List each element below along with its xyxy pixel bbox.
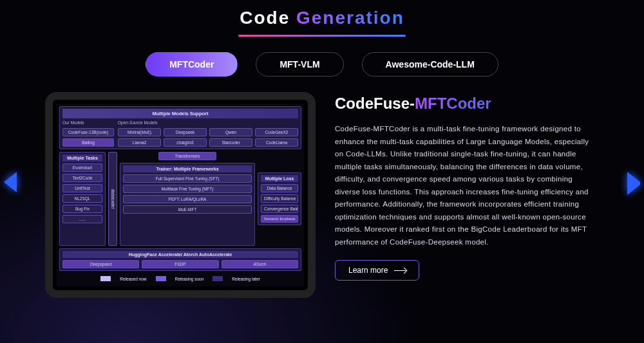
tab-mftcoder[interactable]: MFTCoder	[146, 52, 238, 77]
loss-chip: Difficulty Balance	[261, 194, 298, 203]
section-title: Code Generation	[240, 8, 404, 28]
model-chip: Starcoder	[209, 138, 252, 147]
learn-more-label: Learn more	[348, 266, 388, 275]
detail-heading: CodeFuse-MFTCoder	[335, 95, 599, 113]
tab-awesome-code-llm[interactable]: Awesome-Code-LLM	[362, 52, 498, 77]
trainer-chip: PEFT: LoRA/QLoRA	[123, 195, 252, 203]
accel-panel: HuggingFace Accelerate/ Atorch AutoAccel…	[59, 248, 301, 271]
tab-mft-vlm[interactable]: MFT-VLM	[256, 52, 343, 77]
model-chip: Mixtral(MoE)	[118, 128, 161, 136]
model-chip: chatglm3	[164, 138, 207, 147]
arrow-right-icon	[394, 270, 406, 271]
model-chip: Bailing	[62, 138, 114, 147]
model-chip: Llama2	[118, 138, 161, 147]
accel-chip: Deepspeed	[62, 260, 139, 268]
legend-item: Releasing later	[232, 277, 260, 281]
task-chip: Text2Code	[62, 174, 102, 182]
task-chip: Bug Fix	[62, 205, 102, 213]
model-chip: CodeGeeX2	[255, 128, 298, 136]
model-chip: Qwen	[209, 128, 252, 136]
trainer-chip: Multitask Fine Tuning (MFT)	[123, 185, 252, 193]
tab-bar: MFTCoder MFT-VLM Awesome-Code-LLM	[0, 52, 644, 77]
models-panel: Multiple Models Support Our Models CodeF…	[59, 106, 301, 149]
trainer-title: Trainer: Multiple Frameworks	[123, 165, 252, 172]
carousel-next-icon[interactable]	[627, 172, 640, 195]
loss-panel: Mutliple Loss Data Balance Difficulty Ba…	[258, 172, 301, 225]
legend-item: Releasing soon	[175, 277, 204, 281]
model-chip: Deepseek	[164, 128, 207, 136]
loss-chip: Semantic Emphasis	[261, 215, 298, 223]
learn-more-button[interactable]: Learn more	[335, 260, 419, 281]
detail-description: CodeFuse-MFTCoder is a multi-task fine-t…	[335, 123, 599, 248]
models-panel-title: Multiple Models Support	[62, 109, 298, 118]
task-chip: UnitTest	[62, 184, 102, 192]
legend: Released now Releasing soon Releasing la…	[59, 273, 301, 284]
model-chip: CodeFuse-13B(code)	[62, 128, 114, 136]
dataloader-label: dataloader	[108, 152, 117, 246]
diagram-frame: Multiple Models Support Our Models CodeF…	[45, 92, 316, 298]
accel-chip: FSDP	[142, 260, 218, 268]
os-models-label: Open-Source Models	[118, 120, 298, 125]
trainer-chip: Full Supervised Fine Tuning (SFT)	[123, 174, 252, 183]
legend-item: Released now	[120, 277, 146, 281]
accel-chip: ATorch	[222, 260, 298, 268]
accel-title: HuggingFace Accelerate/ Atorch AutoAccel…	[62, 251, 298, 258]
trainer-chip: MoE-MFT	[123, 205, 252, 214]
title-underline	[238, 35, 406, 37]
trainer-panel: Trainer: Multiple Frameworks Full Superv…	[120, 163, 255, 246]
task-chip: ......	[62, 215, 102, 223]
our-models-label: Our Models	[62, 120, 114, 125]
carousel-prev-icon[interactable]	[4, 172, 17, 192]
tasks-title: Multiple Tasks	[62, 154, 102, 162]
transformers-chip: Transformers	[158, 152, 216, 160]
loss-chip: Convergence Balance	[261, 205, 298, 213]
tasks-panel: Multiple Tasks EvoInstuct Text2Code Unit…	[59, 152, 106, 246]
task-chip: NL2SQL	[62, 194, 102, 203]
loss-chip: Data Balance	[261, 184, 298, 192]
task-chip: EvoInstuct	[62, 163, 102, 172]
model-chip: CodeLlama	[255, 138, 298, 147]
loss-title: Mutliple Loss	[261, 175, 298, 182]
